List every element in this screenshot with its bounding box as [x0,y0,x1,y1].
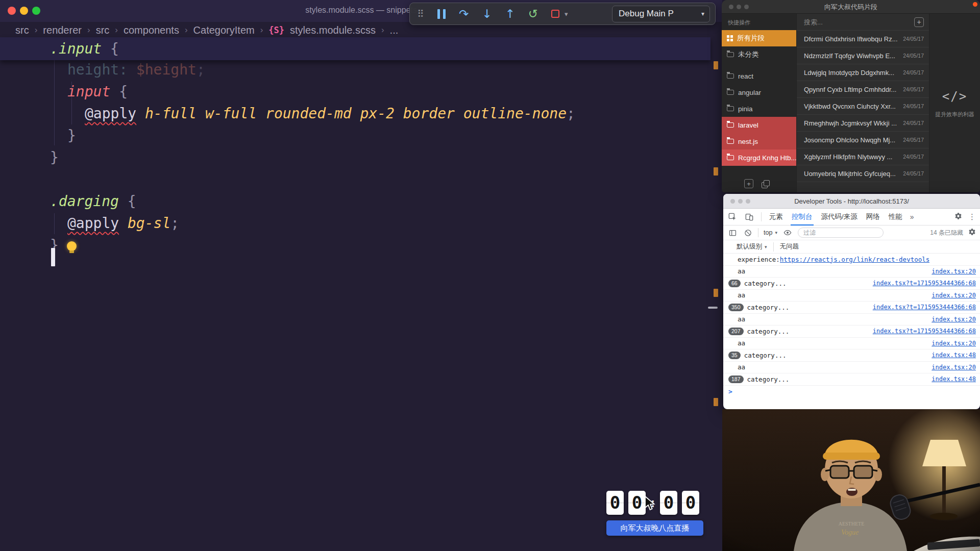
snippet-item[interactable]: Ndzmzlzlf Tqofgv Wiwhvpb E...24/05/17 [797,47,929,64]
inspect-icon[interactable] [727,213,738,221]
source-link[interactable]: index.tsx:20 [932,340,976,347]
zoom-button[interactable] [746,199,750,204]
stop-button[interactable] [551,10,559,18]
timer-digit: 0 [682,491,699,515]
close-button[interactable] [730,199,735,204]
source-link[interactable]: index.tsx:20 [932,316,976,323]
restart-button[interactable]: ↺ [528,8,538,20]
live-expression-eye-icon[interactable] [782,229,793,237]
snippet-item[interactable]: Xgblyzmf Hlkfpfm Nlytwwyy ...24/05/17 [797,148,929,165]
drag-handle-icon[interactable]: ⠿ [417,9,424,19]
snippet-title: Rmeghhwjh Jcgmkvsyf Wkkji ... [804,119,900,127]
hidden-messages-count: 14 条已隐藏 [930,229,963,237]
code-editor[interactable]: .input { height: $height; input { @apply… [0,37,722,496]
breadcrumb-item[interactable]: src [15,24,29,36]
snippet-item[interactable]: Rmeghhwjh Jcgmkvsyf Wkkji ...24/05/17 [797,115,929,132]
category-nestjs[interactable]: nest.js [722,133,796,149]
console-link[interactable]: https://reactjs.org/link/react-devtools [780,256,930,263]
minimize-button[interactable] [737,5,741,9]
category-label: pinia [738,105,753,113]
snippets-list: + Dfcrmi Ghdxhrisn Iftwobqu Rz...24/05/1… [796,14,929,192]
add-category-button[interactable]: + [744,179,753,188]
category-uncategorized[interactable]: 未分类 [722,46,796,63]
breadcrumb-item[interactable]: src [96,24,110,36]
snippet-item[interactable]: Josoncmp Ohlcloo Nwqgh Mj...24/05/17 [797,132,929,148]
snippet-title: Vjkktbwd Qvcnxn Ciuhcty Xxr... [804,103,900,110]
source-link[interactable]: index.tsx?t=1715953444366:68 [873,304,976,311]
snippet-item[interactable] [797,182,929,192]
source-link[interactable]: index.tsx:20 [932,268,976,275]
scss-file-icon: {S} [268,25,284,35]
pause-button[interactable] [437,9,446,19]
more-tabs-icon[interactable]: » [910,213,914,221]
folder-icon [727,73,734,79]
category-react[interactable]: react [722,68,796,84]
breadcrumb-file[interactable]: styles.module.scss [290,24,376,36]
source-link[interactable]: index.tsx:20 [932,364,976,371]
snippet-item[interactable]: Vjkktbwd Qvcnxn Ciuhcty Xxr...24/05/17 [797,98,929,115]
console-sidebar-icon[interactable] [727,229,738,237]
category-angular[interactable]: angular [722,84,796,101]
settings-gear-icon[interactable] [954,212,962,222]
console-row: 66category...index.tsx?t=1715953444366:6… [723,278,980,290]
chevron-down-icon[interactable]: ▾ [565,11,568,17]
code-token: ; [197,61,205,78]
console-row: 35category...index.tsx:48 [723,349,980,362]
breadcrumb: src › renderer › src › components › Cate… [15,23,398,37]
breadcrumb-tail[interactable]: ... [390,24,399,36]
add-snippet-button[interactable]: + [914,17,924,27]
clear-console-icon[interactable] [743,229,753,237]
console-message: aa [738,363,745,371]
folder-icon [727,52,734,57]
breadcrumb-item[interactable]: CategoryItem [193,24,255,36]
snippet-item[interactable]: Ldwjglq Imotdyqzb Ddgxhmk...24/05/17 [797,64,929,81]
category-all-snippets[interactable]: 所有片段 [722,30,796,46]
source-link[interactable]: index.tsx:20 [932,292,976,299]
category-label: nest.js [738,138,758,145]
source-link[interactable]: index.tsx?t=1715953444366:68 [873,328,976,335]
close-button[interactable] [729,5,733,9]
lightbulb-icon[interactable] [67,241,77,251]
scrollbar-handle[interactable] [708,307,718,309]
source-link[interactable]: index.tsx:48 [932,375,976,383]
step-over-button[interactable]: ↷ [459,8,469,20]
step-out-button[interactable]: ↑ [505,8,514,20]
category-custom[interactable]: Rcgrgd Knhg Htb... [722,149,796,166]
category-laravel[interactable]: laravel [722,117,796,133]
breadcrumb-item[interactable]: components [124,24,179,36]
live-stream-button[interactable]: 向军大叔晚八点直播 [606,520,703,536]
tab-performance[interactable]: 性能 [888,209,903,226]
tab-console[interactable]: 控制台 [791,209,814,226]
grid-icon [727,35,733,41]
snippet-item[interactable]: Dfcrmi Ghdxhrisn Iftwobqu Rz...24/05/17 [797,31,929,47]
breadcrumb-item[interactable]: renderer [43,24,82,36]
context-label: top [764,229,772,236]
recording-indicator-dot [973,2,977,7]
tab-sources[interactable]: 源代码/来源 [820,209,859,226]
tab-network[interactable]: 网络 [865,209,881,226]
source-link[interactable]: index.tsx:48 [932,352,976,359]
context-selector[interactable]: top▾ [764,229,777,236]
console-filter-input[interactable] [798,228,884,238]
collections-icon[interactable] [762,180,769,188]
minimize-button[interactable] [738,199,743,204]
code-token: input [67,83,119,100]
step-into-button[interactable]: ↓ [482,8,492,20]
source-link[interactable]: index.tsx?t=1715953444366:68 [873,280,976,287]
kebab-menu-icon[interactable]: ⋮ [968,212,976,221]
tab-elements[interactable]: 元素 [768,209,784,226]
snippet-item[interactable]: Uomyebriq Mlkjtrhlc Gyfcujeq...24/05/17 [797,165,929,182]
log-level-selector[interactable]: 默认级别▾ [737,242,767,251]
folder-icon [727,139,734,144]
category-label: angular [738,89,761,96]
category-pinia[interactable]: pinia [722,101,796,117]
device-toolbar-icon[interactable] [744,213,754,221]
debug-config-dropdown[interactable]: Debug Main P ▾ [612,6,710,22]
scrollbar-marker [714,398,718,406]
console-settings-gear-icon[interactable] [968,228,976,238]
console-prompt[interactable]: > [723,386,980,398]
search-input[interactable] [804,18,914,26]
zoom-button[interactable] [744,5,749,9]
snippet-date: 24/05/17 [903,86,924,92]
snippet-item[interactable]: Qpynnf Cyxb Lftlmp Cmhhddr...24/05/17 [797,81,929,98]
